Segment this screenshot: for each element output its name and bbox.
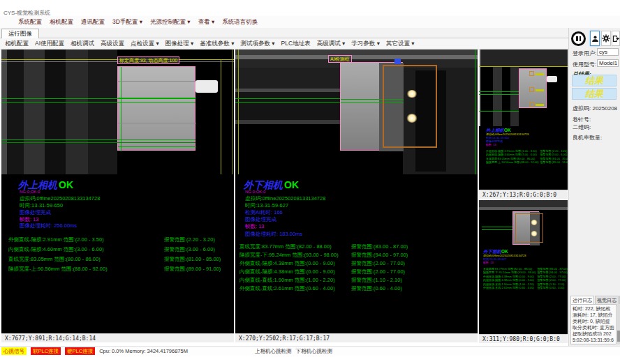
- measure-row: 直线宽度:83.77mm 范围:(82.00 - 88.00)报警范围:(83.…: [239, 243, 332, 250]
- left-image-band: [7, 50, 24, 174]
- left-green-line: [1, 142, 195, 143]
- settings-button[interactable]: [601, 31, 611, 46]
- left-code-text: 虚拟码:0ffline20250208133134728: [20, 196, 100, 202]
- menu-light-control-config[interactable]: 光源控制配置 ▾: [150, 18, 191, 26]
- left-height-label: 标定高度:93, 动态高度:100: [117, 56, 179, 64]
- left-done-text: 图像处理完成: [20, 210, 51, 215]
- bright-blob: [406, 114, 418, 123]
- heartbeat-badge: 心跳信号: [1, 347, 27, 355]
- thumb-cell-region: [519, 68, 547, 108]
- thumb-band: [480, 50, 568, 66]
- left-green-line: [1, 102, 195, 103]
- menu-comm-config[interactable]: 通讯配置: [81, 18, 105, 26]
- left-elapsed-text: 图像处理耗时: 256.00ms: [20, 223, 77, 229]
- menu-camera-config[interactable]: 相机配置: [50, 18, 73, 26]
- measure-row: 直线宽度:83.05mm 范围:(80.00 - 86.00)报警范围:(81.…: [8, 256, 101, 263]
- left-time-text: 时间:13-31-59-650: [20, 203, 63, 208]
- thumb-top-view[interactable]: 外上相机OK 虚拟码:0ffline20250208133134728 时间:1…: [479, 50, 568, 190]
- left-image-band: [45, 50, 66, 174]
- tool-camera-config[interactable]: 相机配置: [5, 40, 29, 48]
- tool-advanced-debug[interactable]: 高级调试 ▾: [317, 40, 346, 48]
- thumb-band: [493, 66, 502, 126]
- mid-green-line: [235, 102, 340, 103]
- tool-learning-params[interactable]: 学习参数 ▾: [351, 40, 380, 48]
- login-user-value[interactable]: cys: [597, 48, 619, 56]
- tool-camera-debug[interactable]: 相机调试: [71, 40, 94, 48]
- title-bar: CYS-视觉检测系统: [0, 0, 620, 16]
- toolbar: 相机配置 AI使用配置 相机调试 高级设置 点检设置 ▾ 图像处理 ▾ 基准线参…: [0, 38, 568, 50]
- thumb-calib-line: [479, 66, 568, 67]
- thumb-band: [479, 200, 568, 207]
- tool-advanced-settings[interactable]: 高级设置: [101, 40, 124, 48]
- left-pixel-status: X:7677;Y:891;R:14;G:14;B:14: [1, 333, 234, 342]
- measure-row: 内侧直线-隔膜:4.38mm 范围:(0.00 - 9.00)报警范围:(2.0…: [239, 268, 335, 275]
- log-scroll-thumb[interactable]: [617, 331, 620, 342]
- thumb-connector-shape: [547, 76, 557, 82]
- thumb-top-pixel-status: X:267;Y:13;R:0;G:0;B:0: [479, 190, 568, 199]
- log-text: 耗时: 222, 缺陷检测耗时: 17, 缺陷分类耗时: 0, 缺陷提取分类耗时…: [570, 304, 617, 344]
- thumb-band: [479, 207, 568, 210]
- thumb-bottom-view[interactable]: 外下相机OK 虚拟码:0ffline20250208133134728 时间:1…: [479, 200, 568, 334]
- measure-row: 隔膜宽度-下:95.24mm 范围:(93.00 - 98.00)报警范围:(9…: [239, 252, 339, 259]
- mid-left-vline: [238, 50, 239, 174]
- left-edge-vline: [232, 50, 232, 174]
- right-sidebar: 登录用户: cys 使用型号: Model1 总结果: 结果 结果 虚拟码: 2…: [568, 28, 620, 346]
- bottom-camera-heartbeat-text: 下相机心跳检测: [295, 348, 332, 355]
- menu-system-config[interactable]: 系统配置: [18, 18, 42, 26]
- pause-button[interactable]: [571, 31, 586, 46]
- result-box-1: 结果: [572, 75, 617, 86]
- thumb-green-line: [479, 94, 519, 95]
- user-icon: [591, 35, 599, 43]
- thumb-green-line: [482, 227, 512, 227]
- measure-row: 外侧直线-隔膜:4.38mm 范围:(0.00 - 9.00)报警范围:(2.0…: [239, 260, 335, 267]
- tool-ai-use-config[interactable]: AI使用配置: [35, 40, 64, 48]
- virtual-code-label: 虚拟码: 20250208: [573, 105, 617, 112]
- yield-count-label: 良机率数量:: [573, 134, 602, 142]
- left-image-band: [24, 50, 45, 174]
- left-camera-view[interactable]: 标定高度:93, 动态高度:100 外上相机OK NG:0;OK:0 虚拟码:0…: [1, 50, 234, 333]
- measure-row: 内侧直线-直线:1.90mm 范围:(1.00 - 2.20)报警范围:(1.1…: [239, 277, 335, 284]
- tool-plc-address-table[interactable]: PLC地址表: [281, 40, 311, 48]
- mid-right-vline: [475, 50, 475, 174]
- tool-spot-check[interactable]: 点检设置 ▾: [131, 40, 159, 48]
- login-user-label: 登录用户:: [573, 50, 596, 57]
- menu-3d-hand-config[interactable]: 3D手配置 ▾: [112, 18, 142, 26]
- menu-language-switch[interactable]: 系统语言切换: [222, 18, 258, 26]
- measure-row: 外侧直线-隔膜:2.91mm 范围:(2.00 - 3.50)报警范围:(2.2…: [8, 236, 104, 243]
- mid-done-text: 图像处理完成: [245, 217, 276, 222]
- app-window: CYS-视觉检测系统 系统配置 相机配置 通讯配置 3D手配置 ▾ 光源控制配置…: [0, 0, 620, 364]
- thumb-green-line: [479, 91, 519, 92]
- tool-baseline-params[interactable]: 基准线参数 ▾: [200, 40, 234, 48]
- log-scrollbar[interactable]: [617, 304, 620, 344]
- left-image-band: [88, 50, 117, 174]
- login-user-button[interactable]: [590, 31, 600, 46]
- thumb-green-line: [482, 229, 512, 230]
- mid-time-text: 时间:13-31-59-627: [245, 203, 288, 208]
- mid-pixel-status: X:270;Y:2502;R:17;G:17;B:17: [235, 333, 478, 342]
- gear-icon: [602, 34, 610, 43]
- exit-button[interactable]: [612, 31, 620, 46]
- qr-code-label: 二维码:: [573, 123, 591, 131]
- left-image-band: [1, 50, 7, 174]
- mid-ai-label: AI检测框: [328, 55, 352, 63]
- top-camera-heartbeat-text: 上相机心跳检测: [255, 348, 292, 355]
- bright-blob: [406, 90, 418, 98]
- model-value[interactable]: Model1: [597, 59, 619, 67]
- thumb-top-text: 外上相机OK 虚拟码:0ffline20250208133134728 时间:1…: [486, 128, 568, 165]
- left-green-line: [1, 139, 195, 140]
- menu-bar: 系统配置 相机配置 通讯配置 3D手配置 ▾ 光源控制配置 ▾ 查看 ▾ 系统语…: [0, 16, 620, 28]
- tool-other-settings[interactable]: 其它设置 ▾: [386, 40, 415, 48]
- tool-image-processing[interactable]: 图像处理 ▾: [165, 40, 194, 48]
- menu-view[interactable]: 查看 ▾: [198, 18, 215, 26]
- mid-blue-marker: [394, 59, 401, 64]
- model-label: 使用型号:: [573, 61, 596, 68]
- mid-image-band: [235, 50, 478, 55]
- tab-run-image[interactable]: 运行图像: [1, 29, 39, 38]
- tab-row: 运行图像: [0, 28, 568, 38]
- thumb-band: [510, 66, 519, 126]
- status-bar: 心跳信号 软PLC连接 硬PLC连接 Cpu: 0.0% Memory: 342…: [0, 346, 620, 356]
- mid-camera-view[interactable]: AI检测框 外下相机OK NG:0;OK:0 虚拟码:0ffline202502…: [235, 50, 478, 333]
- left-connector-shape: [195, 80, 218, 93]
- tool-test-item-params[interactable]: 测试项参数 ▾: [240, 40, 274, 48]
- mid-counter-text: NG:0;OK:0: [245, 190, 265, 194]
